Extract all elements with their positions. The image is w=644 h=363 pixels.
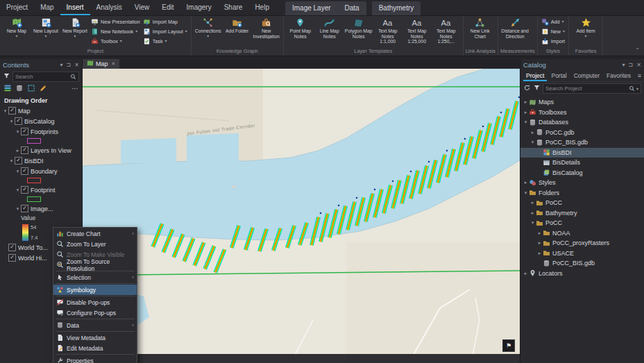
- catalog-item-pocc-bis-gdb[interactable]: PoCC_BIS.gdb: [520, 258, 644, 269]
- menu-item-edit-metadata[interactable]: Edit Metadata: [53, 343, 137, 353]
- menu-item-view-metadata[interactable]: iView Metadata: [53, 332, 137, 343]
- ribbon-button-new-layout[interactable]: New Layout▾: [31, 16, 60, 47]
- catalog-item-folders[interactable]: ▾Folders: [520, 188, 644, 199]
- list-by-selection-icon[interactable]: [27, 83, 35, 95]
- ribbon-button-new-notebook[interactable]: New Notebook▾: [91, 27, 140, 36]
- expander-icon[interactable]: ▾: [15, 169, 21, 174]
- expander-icon[interactable]: ▸: [529, 210, 536, 216]
- expander-icon[interactable]: ▾: [523, 190, 529, 196]
- expander-icon[interactable]: ▾: [529, 220, 536, 226]
- symbol-swatch[interactable]: [27, 138, 41, 144]
- menu-item-symbology[interactable]: Symbology: [53, 285, 137, 295]
- ribbon-button-add-folder[interactable]: Add Folder: [223, 16, 252, 47]
- ribbon-button-new-report[interactable]: New Report▾: [60, 16, 90, 47]
- expander-icon[interactable]: ▸: [536, 251, 543, 256]
- expander-icon[interactable]: ▾: [8, 119, 15, 124]
- menu-item-data[interactable]: Data›: [53, 320, 137, 330]
- layer-checkbox[interactable]: ✓: [15, 117, 22, 125]
- menu-tab-imagery[interactable]: Imagery: [180, 0, 218, 15]
- close-panel-icon[interactable]: ✕: [636, 62, 641, 68]
- close-tab-icon[interactable]: ✕: [112, 61, 116, 67]
- menu-tab-view[interactable]: View: [128, 0, 156, 15]
- ribbon-button-import[interactable]: Import: [541, 37, 565, 46]
- catalog-item-noaa[interactable]: ▸NOAA: [520, 228, 644, 239]
- catalog-tab-portal[interactable]: Portal: [548, 71, 569, 81]
- expander-icon[interactable]: ▾: [2, 108, 8, 114]
- expander-icon[interactable]: ▸: [529, 130, 536, 135]
- ribbon-button-import-layout[interactable]: Import Layout▾: [143, 27, 187, 36]
- catalog-search-input[interactable]: Search Project ▾: [543, 83, 641, 94]
- menu-item-zoom-to-source-resolution[interactable]: Zoom To Source Resolution: [53, 260, 137, 270]
- ribbon-button-connections[interactable]: Connections▾: [194, 16, 223, 47]
- layer-checkbox[interactable]: ✓: [15, 157, 22, 164]
- ribbon-button-toolbox[interactable]: Toolbox▾: [91, 37, 140, 46]
- search-options-caret[interactable]: ▾: [636, 86, 638, 91]
- menu-tab-share[interactable]: Share: [218, 0, 249, 15]
- close-panel-icon[interactable]: ✕: [74, 62, 79, 68]
- flag-button[interactable]: ⚑: [502, 339, 515, 352]
- panel-options-icon[interactable]: ▾: [622, 62, 625, 68]
- layer-item-map[interactable]: ▾✓Map: [0, 105, 82, 116]
- ribbon-button-text-map-notes-1-25-000[interactable]: AaText Map Notes 1:25,000: [402, 16, 432, 47]
- layer-checkbox[interactable]: ✓: [21, 167, 28, 175]
- menu-tab-project[interactable]: Project: [0, 0, 34, 15]
- ribbon-button-new-link-chart[interactable]: New Link Chart: [466, 16, 495, 47]
- menu-item-disable-pop-ups[interactable]: Disable Pop-ups: [53, 297, 137, 307]
- menu-item-zoom-to-layer[interactable]: Zoom To Layer: [53, 239, 137, 249]
- contextual-tab-image-layer[interactable]: Image Layer: [285, 1, 338, 15]
- expander-icon[interactable]: ▾: [15, 206, 21, 212]
- more-options-icon[interactable]: ⋯: [71, 86, 78, 92]
- map-viewport[interactable]: Joe Fulton Intl Trade Corridor ⚑: [83, 69, 520, 363]
- layer-item-footprint[interactable]: ▾✓Footprint: [0, 185, 82, 195]
- layer-item-boundary[interactable]: ▾✓Boundary: [0, 166, 82, 176]
- ribbon-button-new[interactable]: New▾: [541, 27, 565, 36]
- expander-icon[interactable]: ▸: [523, 99, 529, 105]
- catalog-item-biscatalog[interactable]: BisCatalog: [520, 168, 644, 178]
- list-by-source-icon[interactable]: [15, 83, 24, 95]
- catalog-item-databases[interactable]: ▾Databases: [520, 117, 644, 128]
- ribbon-button-add[interactable]: Add▾: [541, 17, 565, 26]
- layer-item-bisbdi[interactable]: ▾✓BisBDI: [0, 155, 82, 166]
- ribbon-button-new-map[interactable]: New Map▾: [2, 16, 31, 47]
- expander-icon[interactable]: ▸: [523, 110, 529, 115]
- expander-icon[interactable]: ▸: [536, 230, 543, 236]
- catalog-item-bisbdi[interactable]: BisBDI: [520, 148, 644, 158]
- expander-icon[interactable]: ▾: [8, 158, 15, 164]
- ribbon-button-text-map-notes-1-250[interactable]: AaText Map Notes 1:250,...: [432, 16, 461, 47]
- ribbon-collapse-button[interactable]: ⌃: [635, 47, 640, 53]
- contextual-tab-bathymetry[interactable]: Bathymetry: [372, 1, 421, 15]
- ribbon-button-task[interactable]: Task▾: [143, 37, 187, 46]
- menu-tab-map[interactable]: Map: [34, 0, 60, 15]
- ribbon-button-new-investigation[interactable]: New Investigation: [252, 16, 281, 47]
- menu-item-properties[interactable]: Properties: [53, 355, 137, 363]
- contextual-tab-data[interactable]: Data: [338, 1, 366, 15]
- panel-options-icon[interactable]: ▾: [60, 62, 63, 68]
- layer-checkbox[interactable]: ✓: [8, 244, 16, 251]
- catalog-item-usace[interactable]: ▸USACE: [520, 248, 644, 259]
- catalog-item-bathymetry[interactable]: ▸Bathymetry: [520, 208, 644, 219]
- catalog-item-styles[interactable]: ▸Styles: [520, 178, 644, 188]
- expander-icon[interactable]: ▸: [523, 180, 529, 185]
- auto-hide-icon[interactable]: ⊐: [629, 62, 634, 68]
- ribbon-button-text-map-notes-1-1-000[interactable]: AaText Map Notes 1:1,000: [373, 16, 402, 47]
- contents-search-input[interactable]: Search: [12, 71, 79, 82]
- expander-icon[interactable]: ▸: [529, 200, 536, 205]
- filter-icon[interactable]: [3, 70, 10, 83]
- map-tab[interactable]: Map ✕: [83, 59, 119, 69]
- symbol-swatch[interactable]: [27, 178, 41, 183]
- expander-icon[interactable]: ▸: [15, 148, 21, 153]
- expander-icon[interactable]: ▸: [536, 240, 543, 246]
- catalog-item-pocc-proxyrasters[interactable]: ▸PoCC_proxyRasters: [520, 238, 644, 248]
- catalog-tab-project[interactable]: Project: [523, 71, 547, 81]
- ribbon-button-polygon-map-notes[interactable]: Polygon Map Notes: [344, 16, 373, 47]
- menu-tab-analysis[interactable]: Analysis: [90, 0, 128, 15]
- ribbon-button-point-map-notes[interactable]: Point Map Notes: [286, 16, 315, 47]
- catalog-item-pocc-gdb[interactable]: ▸PoCC.gdb: [520, 128, 644, 138]
- expander-icon[interactable]: ▾: [15, 187, 21, 193]
- catalog-item-maps[interactable]: ▸Maps: [520, 97, 644, 108]
- symbol-swatch[interactable]: [27, 196, 41, 202]
- expander-icon[interactable]: ▾: [15, 129, 21, 135]
- menu-tab-help[interactable]: Help: [248, 0, 276, 15]
- ribbon-button-new-presentation[interactable]: New Presentation: [91, 17, 140, 26]
- layer-checkbox[interactable]: ✓: [8, 107, 16, 115]
